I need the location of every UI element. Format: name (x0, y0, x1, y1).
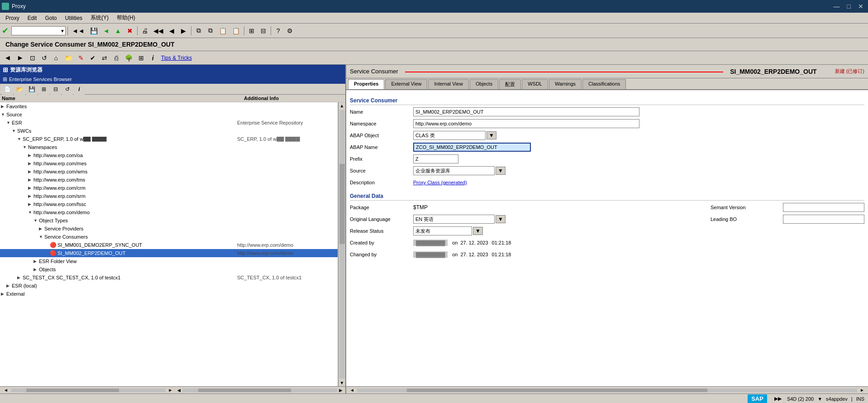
copy2-button[interactable]: ⧉ (205, 25, 216, 36)
input-namespace[interactable] (413, 119, 639, 128)
copy-button[interactable]: ⧉ (193, 25, 204, 36)
input-prefix[interactable] (413, 154, 458, 163)
tb2-folder-button[interactable]: 📁 (62, 53, 75, 63)
tree-node-object_types[interactable]: ▼ Object Types (0, 216, 338, 225)
rhscroll-track[interactable] (357, 389, 857, 392)
hscroll-left2[interactable]: ◄ (176, 387, 182, 393)
tb2-home-button[interactable]: ⌂ (51, 53, 62, 63)
left-hscroll[interactable]: ◄ ► ◄ ► (0, 386, 345, 393)
layout1-button[interactable]: ⊞ (246, 25, 257, 36)
tree-node-namespaces[interactable]: ▼ Namespaces (0, 143, 338, 151)
lst-open-button[interactable]: 📂 (14, 84, 25, 95)
prev-button[interactable]: ◀ (167, 25, 177, 36)
tree-node-ns_crm[interactable]: ▶ http://www.erp.com/crm (0, 184, 338, 192)
input-abap-name[interactable] (413, 143, 531, 152)
lst-info-button[interactable]: i (74, 84, 85, 95)
tab-classifications[interactable]: Classifications (582, 79, 626, 89)
lst-grid-button[interactable]: ⊞ (38, 84, 49, 95)
menu-utilities[interactable]: Utilities (61, 14, 86, 22)
back-button[interactable]: ◄◄ (70, 25, 87, 36)
tb2-history-button[interactable]: ⊡ (27, 53, 38, 63)
tb2-print-button[interactable]: ⎙ (111, 53, 122, 63)
hscroll-track2[interactable] (182, 389, 337, 392)
tree-node-ns_wms[interactable]: ▶ http://www.erp.com/wms (0, 168, 338, 176)
input-orig-lang[interactable] (413, 215, 495, 224)
tb2-arrow-button[interactable]: ⇄ (99, 53, 110, 63)
tree-node-ns_demo[interactable]: ▼ http://www.erp.com/demo (0, 208, 338, 216)
release-status-dropdown-icon[interactable]: ▼ (473, 227, 483, 235)
input-abap-object[interactable] (413, 131, 486, 140)
tree-node-ns_oa[interactable]: ▶ http://www.erp.com/oa (0, 151, 338, 159)
abap-object-dropdown-icon[interactable]: ▼ (486, 131, 496, 139)
source-dropdown-icon[interactable]: ▼ (496, 167, 506, 175)
tb2-forward-button[interactable]: ► (14, 53, 26, 63)
tb2-info-button[interactable]: i (148, 53, 158, 63)
save-button[interactable]: 💾 (88, 25, 100, 36)
sb-track[interactable] (339, 110, 345, 379)
lst-save-button[interactable]: 💾 (26, 84, 38, 95)
tree-scrollbar[interactable]: ▲ ▼ (338, 102, 345, 386)
tab-internal-view[interactable]: Internal View (428, 79, 468, 89)
tree-node-source[interactable]: ▼ Source (0, 110, 338, 119)
tips-tricks-link[interactable]: Tips & Tricks (161, 55, 192, 61)
sb-up-arrow[interactable]: ▲ (340, 102, 344, 109)
tree-node-ns_mes[interactable]: ▶ http://www.erp.com/mes (0, 159, 338, 168)
rhscroll-right[interactable]: ► (858, 388, 866, 393)
tree-node-sc_test[interactable]: ▶ SC_TEST_CX SC_TEST_CX, 1.0 of testcx1 … (0, 273, 338, 282)
lst-new-button[interactable]: 📄 (2, 84, 13, 95)
input-semant-version[interactable] (783, 203, 864, 212)
menu-system[interactable]: 系统(Y) (87, 13, 112, 23)
nav-up-button[interactable]: ▲ (113, 25, 124, 36)
maximize-button[interactable]: □ (844, 3, 854, 10)
orig-lang-dropdown-icon[interactable]: ▼ (496, 215, 506, 223)
tb2-layout-button[interactable]: ⊞ (136, 53, 147, 63)
tree-node-si_mm002[interactable]: 🔴 SI_MM002_ERP2DEMO_OUT http://www.erp.c… (0, 249, 338, 257)
tree-node-ns_fssc[interactable]: ▶ http://www.erp.com/fssc (0, 200, 338, 208)
tree-node-esr_folder[interactable]: ▶ ESR Folder View (0, 257, 338, 265)
tb2-check-button[interactable]: ✔ (87, 53, 98, 63)
hscroll-track[interactable] (11, 389, 166, 392)
tree-node-favorites[interactable]: ▶ Favorites (0, 102, 338, 110)
link-description[interactable]: Proxy Class (generated) (413, 180, 467, 185)
hscroll-right2[interactable]: ► (338, 387, 343, 393)
menu-help[interactable]: 帮助(H) (113, 13, 139, 23)
tree-node-service_consumers[interactable]: ▼ Service Consumers (0, 233, 338, 241)
tab-objects[interactable]: Objects (470, 79, 498, 89)
tree-node-ns_srm[interactable]: ▶ http://www.erp.com/srm (0, 192, 338, 200)
settings-button[interactable]: ⚙ (285, 25, 296, 36)
nav-prev-button[interactable]: ◄ (101, 25, 112, 36)
tab-warnings[interactable]: Warnings (549, 79, 582, 89)
tree-node-ns_tms[interactable]: ▶ http://www.erp.com/tms (0, 176, 338, 184)
tree-node-esr[interactable]: ▼ ESR Enterprise Service Repository (0, 119, 338, 127)
tree-node-sc_erp[interactable]: ▼ SC_ERP SC_ERP, 1.0 of w▓▓ ▓▓▓▓ SC_ERP,… (0, 135, 338, 143)
tree-node-esr_local[interactable]: ▶ ESR (local) (0, 282, 338, 290)
cancel-button[interactable]: ✖ (124, 25, 135, 36)
menu-proxy[interactable]: Proxy (2, 14, 23, 22)
tb2-tree-button[interactable]: 🌳 (123, 53, 135, 63)
tree-node-service_providers[interactable]: ▶ Service Providers (0, 225, 338, 233)
tb2-refresh-button[interactable]: ↺ (39, 53, 50, 63)
paste2-button[interactable]: 📋 (230, 25, 242, 36)
tab-external-view[interactable]: External View (385, 79, 427, 89)
close-button[interactable]: ✕ (855, 3, 866, 10)
rhscroll-left[interactable]: ◄ (348, 388, 356, 393)
print-button[interactable]: 🖨 (139, 25, 150, 36)
tb2-back-button[interactable]: ◄ (2, 53, 14, 63)
hscroll-right[interactable]: ► (167, 388, 175, 393)
help-button[interactable]: ? (273, 25, 284, 36)
tree-node-swcs[interactable]: ▼ SWCs (0, 127, 338, 135)
paste-button[interactable]: 📋 (217, 25, 229, 36)
menu-edit[interactable]: Edit (24, 14, 41, 22)
input-leading-bo[interactable] (783, 215, 864, 224)
input-release-status[interactable] (413, 226, 472, 235)
tab-wsdl[interactable]: WSDL (522, 79, 548, 89)
first-button[interactable]: ◀◀ (151, 25, 166, 36)
lst-filter-button[interactable]: ⊟ (50, 84, 61, 95)
tree-node-si_mm001[interactable]: 🔴 SI_MM001_DEMO2ERP_SYNC_OUT http://www.… (0, 241, 338, 249)
input-source[interactable] (413, 166, 495, 175)
tree-node-external[interactable]: ▶ External (0, 290, 338, 298)
menu-goto[interactable]: Goto (41, 14, 60, 22)
sb-down-arrow[interactable]: ▼ (340, 379, 344, 386)
input-name[interactable] (413, 107, 639, 116)
lst-refresh-button[interactable]: ↺ (62, 84, 73, 95)
